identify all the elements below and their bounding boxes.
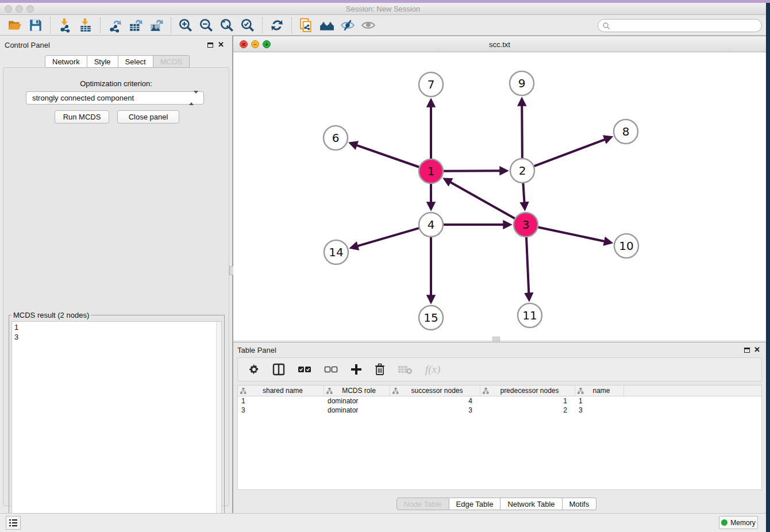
svg-text:1: 1 xyxy=(428,164,435,178)
delete-table-icon[interactable] xyxy=(398,362,413,377)
task-history-button[interactable] xyxy=(6,516,21,530)
node-10[interactable]: 10 xyxy=(614,234,638,258)
table-row[interactable]: 3dominator323 xyxy=(238,406,761,415)
export-table-icon[interactable] xyxy=(127,17,144,34)
table-cell[interactable]: 2 xyxy=(480,406,575,415)
float-panel-icon[interactable] xyxy=(207,43,213,48)
tab-edge-table[interactable]: Edge Table xyxy=(449,498,501,510)
column-header-MCDS-role[interactable]: MCDS role xyxy=(324,385,390,396)
network-canvas[interactable]: 7968124314101511 xyxy=(233,52,766,341)
column-header-predecessor-nodes[interactable]: predecessor nodes xyxy=(480,385,575,396)
mcds-panel: Optimization criterion: strongly connect… xyxy=(3,67,229,506)
tab-node-table[interactable]: Node Table xyxy=(396,498,449,510)
table-cell[interactable]: 3 xyxy=(390,406,480,415)
column-header-successor-nodes[interactable]: successor nodes xyxy=(390,385,480,396)
edge-4-14[interactable] xyxy=(357,228,418,246)
select-all-icon[interactable] xyxy=(298,362,311,377)
column-browser-icon[interactable] xyxy=(272,362,285,377)
export-network-icon[interactable] xyxy=(106,17,124,34)
scrollbar[interactable] xyxy=(216,322,221,531)
svg-text:6: 6 xyxy=(332,131,340,145)
window-title: Session: New Session xyxy=(0,5,766,13)
horizontal-splitter-handle[interactable] xyxy=(492,337,500,341)
function-builder-icon[interactable]: f(x) xyxy=(425,362,440,377)
column-header-name[interactable]: name xyxy=(575,385,624,396)
first-neighbors-icon[interactable] xyxy=(318,17,336,34)
edge-3-1[interactable] xyxy=(451,182,515,218)
node-1[interactable]: 1 xyxy=(419,159,443,183)
column-header-shared-name[interactable]: shared name xyxy=(238,385,324,396)
edge-2-9[interactable] xyxy=(522,106,522,158)
node-6[interactable]: 6 xyxy=(324,126,348,150)
zoom-out-icon[interactable] xyxy=(198,17,215,34)
edge-1-6[interactable] xyxy=(357,145,419,167)
table-cell[interactable]: 1 xyxy=(238,396,324,406)
edge-2-3[interactable] xyxy=(523,183,524,202)
node-11[interactable]: 11 xyxy=(518,303,542,327)
gear-icon[interactable] xyxy=(248,362,260,377)
table-cell[interactable]: 3 xyxy=(575,406,624,415)
duplicate-network-icon[interactable] xyxy=(298,17,315,34)
import-table-icon[interactable] xyxy=(77,17,94,34)
network-view-title: scc.txt xyxy=(233,40,766,49)
float-table-panel-icon[interactable] xyxy=(744,348,750,353)
table-cell[interactable]: 1 xyxy=(480,396,575,406)
tab-mcds[interactable]: MCDS xyxy=(153,55,190,68)
search-input[interactable] xyxy=(610,21,761,31)
tab-network-table[interactable]: Network Table xyxy=(500,498,562,510)
table-cell[interactable]: 4 xyxy=(390,396,480,406)
tab-motifs[interactable]: Motifs xyxy=(563,498,597,510)
memory-button[interactable]: Memory xyxy=(719,516,758,529)
edge-1-2[interactable] xyxy=(444,171,500,171)
toolbar-separator xyxy=(100,17,101,33)
table-cell[interactable]: 1 xyxy=(575,396,624,406)
zoom-fit-icon[interactable] xyxy=(218,17,236,34)
optimization-criterion-label: Optimization criterion: xyxy=(3,79,229,88)
status-bar: Memory xyxy=(0,513,766,532)
tab-style[interactable]: Style xyxy=(87,55,118,68)
close-panel-icon[interactable]: ✕ xyxy=(218,40,224,49)
node-14[interactable]: 14 xyxy=(324,240,348,264)
criterion-select[interactable]: strongly connected component xyxy=(26,91,204,105)
edge-3-11[interactable] xyxy=(526,237,529,293)
hide-selected-icon[interactable] xyxy=(339,17,356,34)
control-panel-title: Control Panel xyxy=(5,41,50,49)
node-4[interactable]: 4 xyxy=(419,213,443,237)
search-box[interactable] xyxy=(598,19,762,32)
node-15[interactable]: 15 xyxy=(419,306,443,330)
tab-select[interactable]: Select xyxy=(118,55,153,68)
save-session-icon[interactable] xyxy=(27,17,44,34)
import-network-icon[interactable] xyxy=(56,17,74,34)
table-cell[interactable]: 3 xyxy=(238,406,324,415)
list-icon xyxy=(9,519,17,527)
zoom-in-icon[interactable] xyxy=(177,17,194,34)
delete-column-icon[interactable] xyxy=(375,362,385,377)
close-table-panel-icon[interactable]: ✕ xyxy=(754,345,760,354)
table-row[interactable]: 1dominator411 xyxy=(238,396,761,406)
svg-text:3: 3 xyxy=(522,218,530,232)
node-3[interactable]: 3 xyxy=(514,213,538,237)
node-9[interactable]: 9 xyxy=(510,71,534,95)
tab-network[interactable]: Network xyxy=(45,55,87,68)
node-8[interactable]: 8 xyxy=(614,119,638,144)
mcds-result-textarea[interactable]: 13 xyxy=(11,321,222,531)
attribute-tree-icon xyxy=(483,388,489,394)
node-7[interactable]: 7 xyxy=(419,72,443,97)
add-column-icon[interactable] xyxy=(351,362,362,377)
refresh-icon[interactable] xyxy=(268,17,286,34)
table-cell[interactable]: dominator xyxy=(324,396,390,406)
export-image-icon[interactable] xyxy=(148,17,165,34)
table-cell[interactable]: dominator xyxy=(324,406,390,415)
zoom-selected-icon[interactable] xyxy=(239,17,256,34)
run-mcds-button[interactable]: Run MCDS xyxy=(55,110,109,124)
close-panel-button[interactable]: Close panel xyxy=(117,110,179,124)
edge-3-10[interactable] xyxy=(538,228,605,241)
open-file-icon[interactable] xyxy=(6,17,24,34)
node-2[interactable]: 2 xyxy=(510,159,534,183)
network-view-titlebar: ✕ − + scc.txt xyxy=(233,36,766,52)
show-all-icon[interactable] xyxy=(360,17,377,34)
svg-text:15: 15 xyxy=(424,311,438,325)
chevron-updown-icon xyxy=(189,94,198,102)
unselect-all-icon[interactable] xyxy=(324,362,338,377)
edge-2-8[interactable] xyxy=(534,140,605,166)
